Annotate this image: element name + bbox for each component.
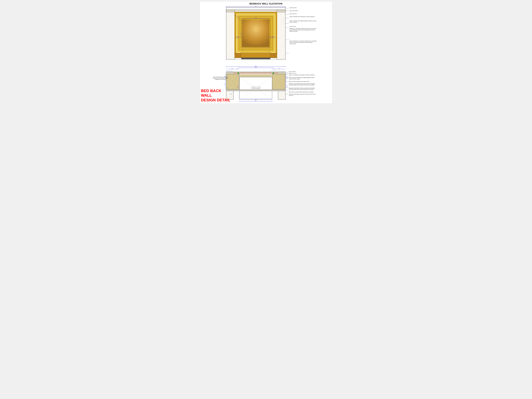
svg-text:2'-6": 2'-6" xyxy=(224,83,225,85)
svg-text:6": 6" xyxy=(238,37,239,38)
sec-ann-1: BASE PLY LVL+3" xyxy=(289,73,317,74)
svg-text:6'-1": 6'-1" xyxy=(237,86,238,87)
svg-text:6": 6" xyxy=(235,37,236,38)
svg-text:6": 6" xyxy=(236,37,237,38)
svg-rect-29 xyxy=(242,47,269,53)
sec-ann-3: BASE PLYWOOD FINISHED WITH MIRROR/MIRROR… xyxy=(289,77,317,80)
svg-text:6": 6" xyxy=(240,20,241,21)
svg-text:1": 1" xyxy=(232,70,232,71)
svg-point-119 xyxy=(238,73,239,74)
svg-text:HYDRAULIC SYSTEM: HYDRAULIC SYSTEM xyxy=(251,87,261,88)
svg-text:1": 1" xyxy=(234,14,235,15)
svg-text:6": 6" xyxy=(237,17,238,18)
svg-text:1": 1" xyxy=(274,37,274,37)
svg-text:3'-9": 3'-9" xyxy=(241,33,242,35)
svg-text:3": 3" xyxy=(273,68,274,69)
main-title: BEDBACK WALL ELEVATION xyxy=(249,3,283,5)
ann-ceiling-text: CEILING SECTION xyxy=(290,10,298,11)
svg-text:FOR BED STORAGE: FOR BED STORAGE xyxy=(251,88,260,89)
section-annotations-right: WALL SECTION BASE PLY LVL+3" BASE PLY FI… xyxy=(289,71,317,96)
svg-text:1": 1" xyxy=(236,15,237,16)
svg-text:6": 6" xyxy=(274,37,274,38)
svg-rect-8 xyxy=(277,10,285,59)
ann-wall: WALL SECTION xyxy=(290,13,317,14)
svg-point-120 xyxy=(273,73,274,74)
svg-text:1": 1" xyxy=(271,70,272,71)
svg-rect-129 xyxy=(240,74,272,75)
svg-text:1": 1" xyxy=(231,70,231,71)
svg-text:6'-10": 6'-10" xyxy=(254,67,257,68)
svg-text:1": 1" xyxy=(236,37,237,37)
svg-rect-117 xyxy=(226,73,285,74)
svg-text:6": 6" xyxy=(271,37,272,38)
bottom-title-line1: BED BACK xyxy=(201,88,231,93)
svg-rect-33 xyxy=(270,53,277,58)
svg-text:6": 6" xyxy=(235,15,235,16)
svg-text:1": 1" xyxy=(237,16,238,17)
ann-bed-unit: BED UNIT MADE OF PLYWOOD FINISHED WITH L… xyxy=(290,40,317,44)
svg-rect-32 xyxy=(235,53,241,58)
svg-text:6": 6" xyxy=(272,37,272,38)
ann-wall-text: WALL SECTION xyxy=(290,13,297,14)
svg-rect-31 xyxy=(241,52,271,53)
elevation-annotations: SLAB SECTION CEILING SECTION WALL SECTIO… xyxy=(290,7,317,44)
sec-ann-0: WALL SECTION xyxy=(289,71,317,72)
svg-text:1": 1" xyxy=(272,70,273,71)
sec-ann-7: BED OUTER PLYWOOD BASE FINISHED WITH LAM… xyxy=(289,92,317,93)
ann-panel-mirror-text: PANEL FINISHED WITH MIRROR/MIRROR SHEET/… xyxy=(290,20,317,23)
ann-cushion-text: BEDBACK CUSHIONING FINISHED WITH REGULAR… xyxy=(290,28,316,32)
svg-text:6'-10": 6'-10" xyxy=(254,17,257,18)
svg-text:1": 1" xyxy=(237,37,238,37)
ann-panel-wood: PANEL FINISHED WITH WOODEN TEXTURE LAMIN… xyxy=(290,16,317,17)
svg-text:2'-6": 2'-6" xyxy=(287,85,288,87)
ann-panel-mirror: PANEL FINISHED WITH MIRROR/MIRROR SHEET/… xyxy=(290,20,317,23)
svg-text:2'-4": 2'-4" xyxy=(279,68,280,69)
svg-text:1": 1" xyxy=(272,37,272,37)
bottom-title: BED BACK WALL DESIGN DETAIL xyxy=(201,88,231,102)
elevation-area: 12' 6'-10" 3'-9" 2'-4" 2'-4" 3" 3" 1" 1" xyxy=(212,6,320,63)
svg-text:1": 1" xyxy=(230,70,230,71)
svg-rect-7 xyxy=(226,10,235,59)
sec-ann-2: BASE PLY FINISHED WITH WOODEN TEXTURED L… xyxy=(289,75,317,76)
svg-rect-6 xyxy=(226,10,285,12)
svg-text:1": 1" xyxy=(274,70,275,71)
svg-rect-118 xyxy=(234,73,278,73)
svg-text:6': 6' xyxy=(255,100,256,101)
ann-slab: SLAB SECTION xyxy=(290,7,317,8)
full-layout: BEDBACK WALL ELEVATION xyxy=(201,3,331,102)
svg-rect-34 xyxy=(241,58,270,59)
ann-cushion: BEDBACK CUSHIONING FINISHED WITH REGULAR… xyxy=(290,28,317,32)
svg-text:3": 3" xyxy=(237,68,238,69)
section-annotations-left: SIDE UNIT MADE WITH PLYWOOD FINISHED WIT… xyxy=(212,76,229,80)
svg-text:1": 1" xyxy=(273,37,273,37)
svg-text:1": 1" xyxy=(228,70,228,71)
svg-text:6": 6" xyxy=(237,37,238,38)
ann-ceiling: CEILING SECTION xyxy=(290,10,317,11)
ann-metal: METAL STRIP xyxy=(290,26,317,27)
svg-rect-5 xyxy=(226,7,285,10)
svg-text:1": 1" xyxy=(271,37,272,37)
sec-ann-4: BASE PLYWOOD FINISHED WITH METAL STRIP xyxy=(289,81,317,82)
sec-ann-5: BEDBACK CUSHIONING OF REGULAR FOAM AND F… xyxy=(289,83,317,86)
svg-text:1": 1" xyxy=(275,70,276,71)
svg-text:2'-4": 2'-4" xyxy=(231,68,233,69)
svg-text:6": 6" xyxy=(239,19,239,19)
svg-text:12': 12' xyxy=(255,6,257,7)
sec-ann-6: BEDBACK CUSHIONING OF REGULAR FOAM AND F… xyxy=(289,88,317,90)
svg-text:1": 1" xyxy=(238,37,239,37)
svg-text:6": 6" xyxy=(227,70,228,71)
sec-ann-8: INNER PLYWOOD BASE AS BATTAN TO REST BED… xyxy=(289,94,317,96)
ann-panel-wood-text: PANEL FINISHED WITH WOODEN TEXTURE LAMIN… xyxy=(290,16,315,17)
svg-text:6": 6" xyxy=(236,16,237,17)
page: BEDBACK WALL ELEVATION xyxy=(200,1,332,104)
ann-bed-unit-text: BED UNIT MADE OF PLYWOOD FINISHED WITH L… xyxy=(290,41,317,44)
svg-text:6": 6" xyxy=(276,70,277,71)
svg-text:1": 1" xyxy=(239,18,239,19)
bottom-title-line2: WALL xyxy=(201,93,231,98)
svg-rect-134 xyxy=(226,90,285,91)
svg-text:12': 12' xyxy=(255,65,257,67)
bottom-title-line3: DESIGN DETAIL xyxy=(201,98,231,102)
svg-rect-130 xyxy=(240,75,272,77)
svg-text:1": 1" xyxy=(235,37,236,37)
ann-metal-text: METAL STRIP xyxy=(290,26,296,27)
